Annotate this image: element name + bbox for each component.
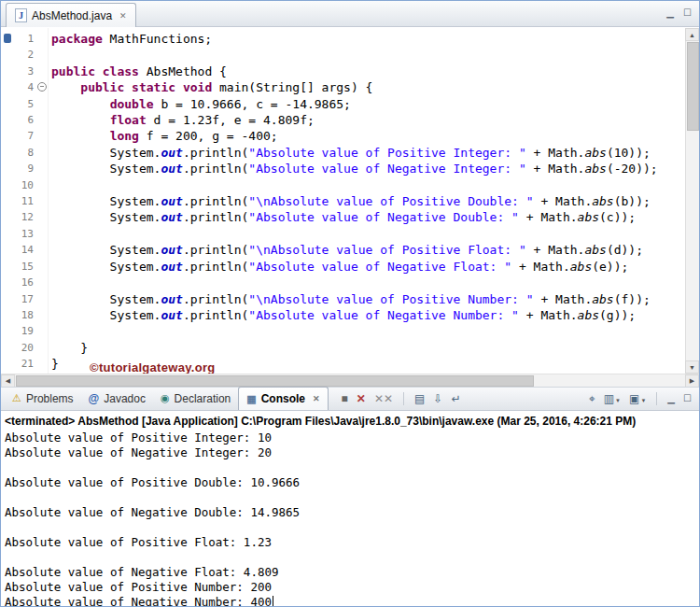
console-line xyxy=(5,460,699,475)
code-editor[interactable]: 123456789101112131415161718192021 packag… xyxy=(1,28,699,374)
line-numbers[interactable]: 123456789101112131415161718192021 xyxy=(14,28,36,374)
console-line: Absolute value of Negative Float: 4.809 xyxy=(5,565,699,580)
clear-console-icon[interactable]: ▤ xyxy=(414,392,425,405)
console-line: Absolute value of Positive Number: 200 xyxy=(5,580,699,595)
code-lines[interactable]: package MathFunctions; public class AbsM… xyxy=(49,28,685,374)
declaration-icon: ◉ xyxy=(161,393,170,403)
remove-launch-icon[interactable]: ✕ xyxy=(357,392,366,405)
code-line[interactable]: System.out.println("Absolute value of Ne… xyxy=(51,307,685,323)
console-line: Absolute value of Positive Integer: 10 xyxy=(5,431,699,445)
java-file-icon: J xyxy=(15,8,27,22)
scroll-left-icon[interactable]: ◀ xyxy=(1,374,15,388)
editor-tab-label: AbsMethod.java xyxy=(32,9,112,22)
tab-javadoc-label: Javadoc xyxy=(104,392,146,405)
minimize-icon[interactable]: ▁ xyxy=(666,7,674,20)
code-line[interactable]: public static void main(String[] args) { xyxy=(51,79,685,95)
tab-javadoc[interactable]: @ Javadoc xyxy=(81,387,153,410)
scroll-right-icon[interactable]: ▶ xyxy=(685,374,699,388)
code-line[interactable] xyxy=(51,226,685,242)
fold-ruler[interactable] xyxy=(36,28,49,374)
tab-problems-label: Problems xyxy=(26,392,74,405)
annotation-marker xyxy=(4,34,11,43)
code-line[interactable]: System.out.println("Absolute value of Ne… xyxy=(51,259,685,275)
scroll-up-icon[interactable]: ▲ xyxy=(685,28,699,41)
console-line xyxy=(5,550,699,565)
console-line xyxy=(5,520,699,535)
editor-tab-absmethod[interactable]: J AbsMethod.java ✕ xyxy=(6,3,136,27)
scroll-lock-icon[interactable]: ⇩ xyxy=(433,392,442,405)
tab-declaration-label: Declaration xyxy=(175,392,231,405)
code-line[interactable]: package MathFunctions; xyxy=(51,31,685,47)
close-icon[interactable]: ✕ xyxy=(119,11,127,21)
problems-icon: ⚠ xyxy=(12,393,21,403)
tab-console-label: Console xyxy=(261,392,305,405)
maximize-icon[interactable]: ☐ xyxy=(683,7,692,20)
code-line[interactable]: System.out.println("\nAbsolute value of … xyxy=(51,291,685,307)
horizontal-scrollbar[interactable]: ◀ ▶ xyxy=(1,374,699,387)
console-output[interactable]: Absolute value of Positive Integer: 10Ab… xyxy=(1,431,699,606)
code-line[interactable]: float d = 1.23f, e = 4.809f; xyxy=(51,112,685,128)
code-line[interactable]: } xyxy=(51,340,685,356)
console-line: Absolute value of Positive Double: 10.96… xyxy=(5,475,699,490)
vertical-scrollbar-thumb[interactable] xyxy=(687,42,699,131)
console-line: Absolute value of Positive Float: 1.23 xyxy=(5,535,699,550)
tab-declaration[interactable]: ◉ Declaration xyxy=(153,387,238,410)
console-line: Absolute value of Negative Number: 400 xyxy=(5,595,699,606)
eclipse-window: J AbsMethod.java ✕ ▁ ☐ 12345678910111213… xyxy=(0,0,700,607)
chevron-down-icon: ▼ xyxy=(640,398,646,403)
console-icon: ▦ xyxy=(246,394,256,404)
toolbar-separator xyxy=(656,392,657,405)
vertical-scrollbar[interactable]: ▲ ▼ xyxy=(685,28,699,374)
console-line: Absolute value of Negative Double: 14.98… xyxy=(5,505,699,520)
code-line[interactable]: System.out.println("Absolute value of Ne… xyxy=(51,161,685,176)
maximize-icon[interactable]: ☐ xyxy=(683,393,692,403)
code-line[interactable]: System.out.println("\nAbsolute value of … xyxy=(51,193,685,209)
code-line[interactable]: double b = 10.9666, c = -14.9865; xyxy=(51,96,685,112)
toolbar-separator xyxy=(403,392,404,405)
fold-collapse-icon[interactable] xyxy=(37,82,47,92)
console-status-line: <terminated> AbsMethod [Java Application… xyxy=(1,412,699,431)
code-line[interactable]: System.out.println("\nAbsolute value of … xyxy=(51,242,685,258)
javadoc-icon: @ xyxy=(89,393,100,404)
editor-window-controls: ▁ ☐ xyxy=(666,7,692,20)
code-line[interactable] xyxy=(51,323,685,339)
chevron-down-icon: ▼ xyxy=(615,398,621,403)
console-toolbar: ■ ✕ ✕✕ ▤ ⇩ ↵ xyxy=(342,387,461,410)
console-view[interactable]: <terminated> AbsMethod [Java Application… xyxy=(1,412,699,606)
code-line[interactable]: System.out.println("Absolute value of Po… xyxy=(51,145,685,161)
code-line[interactable]: public class AbsMethod { xyxy=(51,64,685,79)
console-tab-bar: ⚠ Problems @ Javadoc ◉ Declaration ▦ Con… xyxy=(1,387,699,411)
tab-console[interactable]: ▦ Console ✕ xyxy=(238,387,328,410)
close-icon[interactable]: ✕ xyxy=(313,394,320,403)
console-line xyxy=(5,490,699,505)
scroll-down-icon[interactable]: ▼ xyxy=(685,360,699,374)
code-line[interactable] xyxy=(51,275,685,290)
text-caret xyxy=(273,596,273,606)
word-wrap-icon[interactable]: ↵ xyxy=(451,392,460,405)
editor-tab-bar: J AbsMethod.java ✕ ▁ ☐ xyxy=(1,1,699,27)
console-line: Absolute value of Negative Integer: 20 xyxy=(5,445,699,460)
minimize-icon[interactable]: ▁ xyxy=(667,393,675,403)
code-line[interactable] xyxy=(51,47,685,63)
console-toolbar-right: ⌖ ▥▼ ▣▼ ▁ ☐ xyxy=(589,387,695,410)
code-line[interactable] xyxy=(51,177,685,193)
code-line[interactable]: long f = 200, g = -400; xyxy=(51,128,685,144)
horizontal-scrollbar-thumb[interactable] xyxy=(16,375,534,387)
pin-console-icon[interactable]: ⌖ xyxy=(589,392,595,405)
code-line[interactable]: System.out.println("Absolute value of Ne… xyxy=(51,209,685,225)
watermark: ©tutorialgateway.org xyxy=(90,360,216,374)
display-selected-console-icon[interactable]: ▥▼ xyxy=(604,392,621,405)
remove-all-terminated-icon[interactable]: ✕✕ xyxy=(374,392,393,405)
open-console-icon[interactable]: ▣▼ xyxy=(629,392,646,405)
terminate-icon[interactable]: ■ xyxy=(342,392,348,405)
tab-problems[interactable]: ⚠ Problems xyxy=(5,387,81,410)
annotation-ruler[interactable] xyxy=(1,28,14,374)
